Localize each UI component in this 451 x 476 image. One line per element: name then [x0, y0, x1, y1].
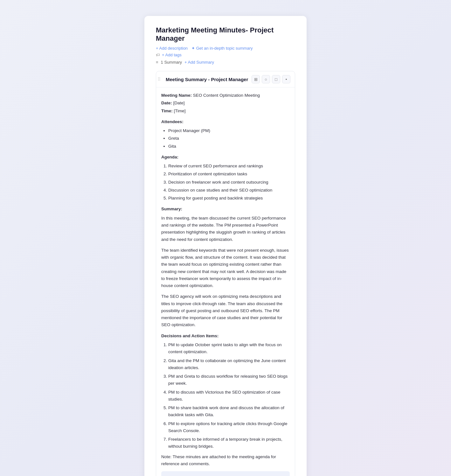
agenda-label: Agenda: [161, 154, 290, 161]
page-container: Marketing Meeting Minutes- Project Manag… [144, 16, 307, 476]
summary-count: 1 Summary [161, 60, 182, 65]
summary-card-body: Meeting Name: SEO Content Optimization M… [156, 88, 295, 476]
agenda-item: Decision on freelancer work and content … [168, 179, 290, 186]
list-icon: ≡ [156, 60, 158, 65]
card-actions: ⊞ ○ □ • [252, 75, 290, 83]
attendee-item: Greta [168, 135, 290, 142]
date-value: [Date] [173, 101, 185, 105]
attendee-item: Gita [168, 143, 290, 150]
drag-handle-icon: ⠿ [157, 77, 161, 82]
date-label: Date: [161, 101, 172, 105]
attendees-label: Attendees: [161, 118, 290, 125]
dot-action-button[interactable]: • [282, 75, 290, 83]
time-value: [Time] [174, 108, 186, 113]
agenda-item: Planning for guest posting and backlink … [168, 195, 290, 202]
time-line: Time: [Time] [161, 108, 290, 115]
paragraph-2: The team identified keywords that were n… [161, 247, 290, 290]
action-item: PM to explore options for tracking artic… [168, 420, 290, 435]
square-action-button[interactable]: □ [272, 75, 280, 83]
summary-label: Summary: [161, 206, 290, 213]
meeting-name-value: SEO Content Optimization Meeting [193, 93, 260, 98]
summary-card-title: Meeting Summary - Project Manager [166, 77, 248, 82]
attachment-link-icon: ↗ [281, 474, 285, 476]
action-item: PM to share backlink work done and discu… [168, 404, 290, 419]
summary-row: ≡ 1 Summary + Add Summary [156, 60, 295, 65]
attendee-item: Project Manager (PM) [168, 127, 290, 134]
agenda-item: Discussion on case studies and their SEO… [168, 187, 290, 194]
grid-action-button[interactable]: ⊞ [252, 75, 260, 83]
summary-card: ⠿ Meeting Summary - Project Manager ⊞ ○ … [156, 71, 295, 476]
summary-card-header: ⠿ Meeting Summary - Project Manager ⊞ ○ … [156, 71, 295, 88]
page-title: Marketing Meeting Minutes- Project Manag… [156, 26, 295, 43]
actions-list: PM to update October sprint tasks to ali… [161, 341, 290, 450]
add-description-link[interactable]: + Add description [156, 46, 188, 51]
get-summary-link[interactable]: ✦ Get an in-depth topic summary [191, 46, 253, 51]
paragraph-3: The SEO agency will work on optimizing m… [161, 293, 290, 328]
attendees-list: Project Manager (PM) Greta Gita [161, 127, 290, 150]
add-summary-link[interactable]: + Add Summary [184, 60, 214, 65]
agenda-item: Review of current SEO performance and ra… [168, 163, 290, 170]
action-item: Freelancers to be informed of a temporar… [168, 436, 290, 450]
attachment-name: Audio Meeting-SEO&Content (1).mp3/2023-1… [166, 475, 257, 476]
action-item: PM and Greta to discuss workflow for rel… [168, 373, 290, 387]
action-item: PM to discuss with Victorious the SEO op… [168, 389, 290, 403]
note-text: Note: These minutes are attached to the … [161, 453, 290, 468]
action-item: PM to update October sprint tasks to ali… [168, 341, 290, 356]
meeting-name-label: Meeting Name: [161, 93, 192, 98]
agenda-list: Review of current SEO performance and ra… [161, 163, 290, 202]
add-tags-link[interactable]: + Add tags [162, 52, 182, 57]
tag-icon: 🏷 [156, 52, 160, 57]
decisions-label: Decisions and Action Items: [161, 332, 290, 340]
action-row-top: + Add description ✦ Get an in-depth topi… [156, 46, 295, 51]
action-item: Gita and the PM to collaborate on optimi… [168, 357, 290, 372]
time-label: Time: [161, 108, 173, 113]
paragraph-1: In this meeting, the team discussed the … [161, 215, 290, 243]
circle-action-button[interactable]: ○ [262, 75, 270, 83]
tags-row: 🏷 + Add tags [156, 52, 295, 57]
agenda-item: Prioritization of content optimization t… [168, 171, 290, 178]
attachment-bar[interactable]: Audio Meeting-SEO&Content (1).mp3/2023-1… [161, 471, 290, 476]
meeting-name-line: Meeting Name: SEO Content Optimization M… [161, 92, 290, 99]
date-line: Date: [Date] [161, 100, 290, 107]
